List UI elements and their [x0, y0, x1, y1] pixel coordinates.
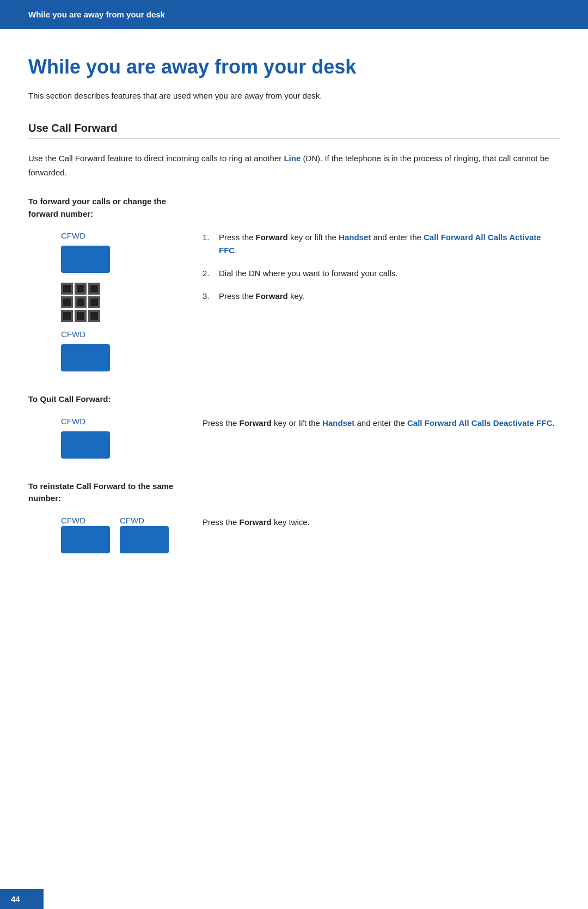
- step-3-text: Press the Forward key.: [219, 290, 304, 303]
- step-3: Press the Forward key.: [203, 290, 560, 303]
- quit-block: To Quit Call Forward: CFWD Press the For…: [28, 393, 560, 461]
- page-title: While you are away from your desk: [28, 55, 560, 78]
- keypad-cell: [75, 310, 87, 322]
- steps-list: Press the Forward key or lift the Handse…: [203, 231, 560, 303]
- header-label: While you are away from your desk: [28, 10, 165, 19]
- keypad-cell: [61, 310, 73, 322]
- forward-step-block: CFWD CFWD Press the Forward key: [28, 231, 560, 374]
- step-2: Dial the DN where you want to forward yo…: [203, 267, 560, 280]
- cfwd-group-2: CFWD: [120, 516, 169, 556]
- quit-text: Press the Forward key or lift the Handse…: [203, 418, 554, 428]
- section-heading: Use Call Forward: [28, 122, 560, 138]
- reinstate-steps-col: Press the Forward key twice.: [192, 516, 560, 529]
- page-footer: 44: [0, 889, 44, 909]
- reinstate-block: To reinstate Call Forward to the samenum…: [28, 480, 560, 556]
- handset-link[interactable]: Handset: [339, 233, 371, 242]
- forward-steps-col: Press the Forward key or lift the Handse…: [192, 231, 560, 313]
- keypad-cell: [88, 283, 100, 295]
- step-1-text: Press the Forward key or lift the Handse…: [219, 231, 560, 257]
- keypad-diagram: [61, 283, 100, 322]
- main-content: While you are away from your desk This s…: [0, 29, 588, 619]
- line-link[interactable]: Line: [284, 154, 301, 163]
- reinstate-diagram-col: CFWD CFWD: [28, 516, 192, 556]
- cfwd-label-reinstate-1: CFWD: [61, 516, 85, 525]
- section-intro: Use the Call Forward feature to direct i…: [28, 151, 560, 179]
- reinstate-inner: CFWD CFWD Press the Forward key twice.: [28, 516, 560, 556]
- quit-diagram-col: CFWD: [28, 417, 192, 461]
- cfwd-label-2: CFWD: [61, 330, 85, 339]
- keypad-cell: [75, 296, 87, 308]
- page-number: 44: [11, 894, 20, 904]
- cfwd-label-reinstate-2: CFWD: [120, 516, 144, 525]
- keypad-cell: [75, 283, 87, 295]
- cfwd-group-1: CFWD: [61, 516, 110, 556]
- section-intro-before: Use the Call Forward feature to direct i…: [28, 154, 284, 163]
- forward-subheading: To forward your calls or change theforwa…: [28, 196, 560, 220]
- cfwd-button-2: [61, 344, 110, 371]
- quit-inner: CFWD Press the Forward key or lift the H…: [28, 417, 560, 461]
- handset-link-quit[interactable]: Handset: [322, 418, 354, 428]
- quit-subheading: To Quit Call Forward:: [28, 393, 560, 406]
- header-bar: While you are away from your desk: [0, 0, 588, 29]
- cfwd-deactivate-link[interactable]: Call Forward All Calls Deactivate FFC.: [407, 418, 554, 428]
- cfwd-button-reinstate-2: [120, 526, 169, 553]
- step-1: Press the Forward key or lift the Handse…: [203, 231, 560, 257]
- forward-diagram-col: CFWD CFWD: [28, 231, 192, 374]
- quit-steps-col: Press the Forward key or lift the Handse…: [192, 417, 560, 430]
- cfwd-button-quit: [61, 431, 110, 459]
- cfwd-button-1: [61, 246, 110, 273]
- keypad-cell: [61, 296, 73, 308]
- reinstate-subheading: To reinstate Call Forward to the samenum…: [28, 480, 560, 505]
- keypad-cell: [88, 296, 100, 308]
- step-2-text: Dial the DN where you want to forward yo…: [219, 267, 397, 280]
- cfwd-button-reinstate-1: [61, 526, 110, 553]
- cfwd-label-quit: CFWD: [61, 417, 85, 426]
- keypad-cell: [88, 310, 100, 322]
- intro-text: This section describes features that are…: [28, 89, 560, 102]
- keypad-cell: [61, 283, 73, 295]
- cfwd-label-1: CFWD: [61, 231, 85, 240]
- reinstate-text: Press the Forward key twice.: [203, 517, 310, 527]
